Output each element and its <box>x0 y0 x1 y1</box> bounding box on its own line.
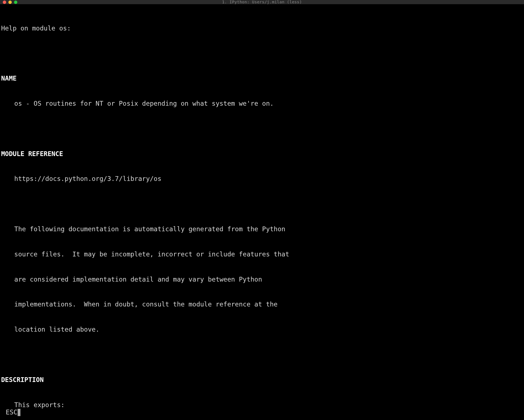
moduleref-heading: MODULE REFERENCE <box>1 150 524 158</box>
cursor-icon <box>18 409 20 416</box>
blank-line <box>1 351 524 359</box>
pager-esc-indicator: ESC <box>1 408 17 417</box>
moduleref-note: source files. It may be incomplete, inco… <box>1 250 524 259</box>
blank-line <box>1 125 524 133</box>
moduleref-note: location listed above. <box>1 325 524 334</box>
name-line: os - OS routines for NT or Posix dependi… <box>1 100 524 108</box>
name-heading: NAME <box>1 74 524 83</box>
moduleref-note: The following documentation is automatic… <box>1 225 524 233</box>
blank-line <box>1 200 524 208</box>
blank-line <box>1 49 524 58</box>
window-titlebar: 1. IPython: Users/j.milan (less) <box>0 0 524 4</box>
help-intro: Help on module os: <box>1 24 524 33</box>
terminal-pager-content[interactable]: Help on module os: NAME os - OS routines… <box>0 4 524 420</box>
minimize-icon[interactable] <box>8 1 12 4</box>
moduleref-url: https://docs.python.org/3.7/library/os <box>1 175 524 183</box>
moduleref-note: implementations. When in doubt, consult … <box>1 300 524 309</box>
description-heading: DESCRIPTION <box>1 376 524 384</box>
window-title: 1. IPython: Users/j.milan (less) <box>222 0 302 5</box>
maximize-icon[interactable] <box>14 1 17 4</box>
pager-status-line[interactable]: ESC <box>1 408 20 417</box>
description-intro: This exports: <box>1 401 524 409</box>
moduleref-note: are considered implementation detail and… <box>1 275 524 284</box>
close-icon[interactable] <box>3 1 6 4</box>
